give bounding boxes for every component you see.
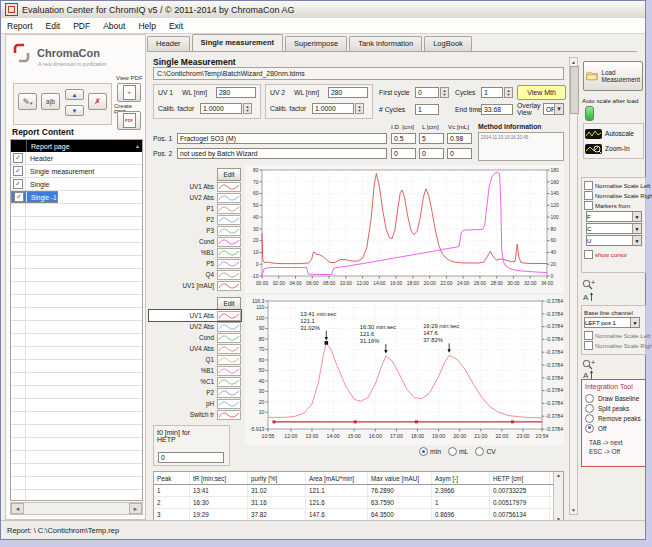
- channel-curve-icon[interactable]: [217, 333, 241, 343]
- channel-curve-icon[interactable]: [217, 311, 241, 321]
- top-channel-uv1-abs[interactable]: UV1 Abs: [149, 181, 241, 192]
- channel-curve-icon[interactable]: [217, 259, 241, 269]
- integration-option-remove-peaks[interactable]: Remove peaks: [585, 413, 642, 423]
- page-checkbox[interactable]: ✓: [13, 153, 23, 163]
- title-bar[interactable]: Evaluation Center for ChromIQ v5 / © 201…: [1, 1, 645, 19]
- uv2-wl-input[interactable]: 280: [328, 87, 368, 98]
- top-channel--b1[interactable]: %B1: [149, 247, 241, 258]
- autoscale-after-load-led[interactable]: [585, 106, 594, 121]
- baseline-normalise-left-checkbox[interactable]: Normalise Scale Left: [584, 331, 643, 340]
- channel-curve-icon[interactable]: [217, 281, 241, 291]
- normalise-scale-left-checkbox[interactable]: Normalise Scale Left: [584, 181, 643, 190]
- channel-curve-icon[interactable]: [217, 377, 241, 387]
- uv1-calib-input[interactable]: 1.0000: [200, 103, 242, 114]
- first-cycle-spinner[interactable]: ▲▼: [440, 87, 449, 98]
- uv2-calib-input[interactable]: 1.0000: [312, 103, 354, 114]
- num-cycles-input[interactable]: 1: [415, 104, 439, 115]
- bottom-channel-uv4-abs[interactable]: UV4 Abs: [149, 343, 241, 354]
- pos1-id-input[interactable]: 0.5: [391, 133, 416, 144]
- rename-button[interactable]: a|b: [41, 93, 60, 110]
- report-page-row[interactable]: ✓Single -1: [11, 191, 58, 203]
- peak-table-scrollbar[interactable]: ▲ ▼: [553, 472, 563, 522]
- channel-curve-icon[interactable]: [217, 399, 241, 409]
- channel-curve-icon[interactable]: [217, 193, 241, 203]
- marker-channel-select-3[interactable]: U▼: [586, 235, 642, 246]
- main-vertical-scrollbar[interactable]: ▲ ▼: [569, 57, 578, 515]
- channel-curve-icon[interactable]: [217, 344, 241, 354]
- cycles-input[interactable]: 1: [481, 87, 503, 98]
- channel-curve-icon[interactable]: [217, 388, 241, 398]
- page-checkbox[interactable]: ✓: [13, 166, 23, 176]
- marker-channel-select-1[interactable]: F▼: [586, 211, 642, 222]
- channel-curve-icon[interactable]: [217, 237, 241, 247]
- unit-radio-cv[interactable]: CV: [475, 447, 495, 456]
- t0-input[interactable]: 0: [158, 452, 224, 463]
- scroll-up-icon[interactable]: ▲: [571, 59, 576, 65]
- pos1-l-input[interactable]: 5: [419, 133, 444, 144]
- show-cursor-checkbox[interactable]: show cursor: [584, 250, 643, 259]
- zoom-plus-icon-button[interactable]: +: [582, 279, 595, 291]
- top-channel-uv2-abs[interactable]: UV2 Abs: [149, 192, 241, 203]
- bottom-channel-uv2-abs[interactable]: UV2 Abs: [149, 321, 241, 332]
- top-channel-p1[interactable]: P1: [149, 203, 241, 214]
- uv2-calib-spinner[interactable]: ▲▼: [355, 103, 364, 114]
- pos2-vc-input[interactable]: 0: [447, 148, 472, 159]
- scroll-left-icon[interactable]: ◄: [11, 503, 24, 514]
- top-channel-q4[interactable]: Q4: [149, 269, 241, 280]
- page-checkbox[interactable]: ✓: [13, 179, 23, 189]
- peak-table-row[interactable]: 216:3031.16121.663.759010.00517979: [154, 497, 563, 509]
- uv1-calib-spinner[interactable]: ▲▼: [243, 103, 252, 114]
- peak-integration-chart[interactable]: 10:5512:0013:0014:0015:0016:0017:0018:00…: [245, 295, 564, 445]
- autoscale-a-icon-button[interactable]: A: [582, 291, 595, 303]
- tab-tank-information[interactable]: Tank information: [349, 36, 422, 51]
- delete-page-button[interactable]: ✗: [88, 93, 107, 110]
- end-time-input[interactable]: 33.68: [481, 104, 513, 115]
- measurement-file-path[interactable]: C:\Contichrom\Temp\BatchWizard_280nm.tdm…: [153, 67, 564, 80]
- integration-option-draw-baseline[interactable]: Draw Baseline: [585, 393, 642, 403]
- bottom-channel-p2[interactable]: P2: [149, 387, 241, 398]
- move-up-button[interactable]: ▲: [65, 89, 84, 100]
- baseline-channel-select[interactable]: LEFT pos 1▼: [584, 317, 640, 328]
- pos2-l-input[interactable]: 0: [419, 148, 444, 159]
- top-channel-p5[interactable]: P5: [149, 258, 241, 269]
- normalise-scale-right-checkbox[interactable]: Normalise Scale Right: [584, 191, 643, 200]
- channel-curve-icon[interactable]: [217, 270, 241, 280]
- unit-radio-ml[interactable]: mL: [448, 447, 468, 456]
- pos1-input[interactable]: Fractogel SO3 (M): [177, 133, 387, 144]
- channel-curve-icon[interactable]: [217, 215, 241, 225]
- overlay-view-select[interactable]: OFF ▼: [543, 103, 564, 115]
- pos1-vc-input[interactable]: 0.98: [447, 133, 472, 144]
- edit-top-chart-button[interactable]: Edit: [217, 168, 241, 181]
- top-channel-p3[interactable]: P3: [149, 225, 241, 236]
- bottom-channel-switch-tr[interactable]: Switch tr: [149, 409, 241, 420]
- report-page-row[interactable]: ✓Single measurement: [11, 165, 142, 178]
- markers-from-checkbox[interactable]: Markers from: [584, 201, 643, 210]
- load-measurement-button[interactable]: Load Measurement: [583, 61, 643, 91]
- scrollbar-thumb[interactable]: [570, 66, 579, 114]
- scroll-right-icon[interactable]: ►: [129, 503, 142, 514]
- channel-curve-icon[interactable]: [217, 322, 241, 332]
- menu-item-about[interactable]: About: [103, 21, 125, 31]
- scroll-down-icon[interactable]: ▼: [571, 507, 576, 513]
- channel-curve-icon[interactable]: [217, 366, 241, 376]
- zoom-in-button[interactable]: Zoom-In: [585, 141, 642, 156]
- menu-item-report[interactable]: Report: [7, 21, 33, 31]
- tab-single-measurement[interactable]: Single measurement: [192, 34, 283, 51]
- menu-item-edit[interactable]: Edit: [46, 21, 61, 31]
- menu-item-exit[interactable]: Exit: [169, 21, 183, 31]
- move-down-button[interactable]: ▼: [65, 105, 84, 116]
- bottom-channel-cond[interactable]: Cond: [149, 332, 241, 343]
- top-channel-uv1-mau-[interactable]: UV1 [mAU]: [149, 280, 241, 291]
- channel-curve-icon[interactable]: [217, 204, 241, 214]
- peak-table-row[interactable]: 113:4131.02121.176.28902.39660.00733225: [154, 485, 563, 497]
- scroll-up-icon[interactable]: ▲: [556, 472, 561, 478]
- unit-radio-min[interactable]: min: [419, 447, 441, 456]
- create-pdf-button[interactable]: PDF: [117, 111, 141, 130]
- bottom-channel--c1[interactable]: %C1: [149, 376, 241, 387]
- channel-curve-icon[interactable]: [217, 248, 241, 258]
- pos2-id-input[interactable]: 0: [391, 148, 416, 159]
- scroll-up-icon[interactable]: ▲: [135, 143, 140, 149]
- channel-curve-icon[interactable]: [217, 410, 241, 420]
- autoscale-button[interactable]: Autoscale: [585, 126, 642, 141]
- channel-curve-icon[interactable]: [217, 355, 241, 365]
